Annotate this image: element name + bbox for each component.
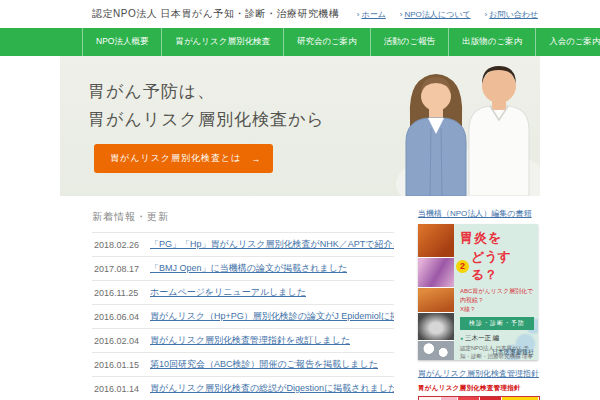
news-link[interactable]: 胃がんリスク層別化検査の総説がDigestionに掲載されました <box>150 382 394 395</box>
news-row: 2017.08.17「BMJ Open」に当機構の論文が掲載されました <box>92 257 394 281</box>
news-heading: 新着情報・更新 <box>92 210 394 224</box>
utility-link-label: お問い合わせ <box>489 10 538 19</box>
guideline-chart-title: 胃がんリスク層別化検査管理指針 <box>418 384 540 393</box>
news-link[interactable]: 胃がんリスク（Hp+PG）層別化検診の論文がJ Epidemiolに掲載 <box>150 310 394 323</box>
cta-risk-test-button[interactable]: 胃がんリスク層別化検査とは → <box>94 144 273 173</box>
utility-nav: ›ホーム ›NPO法人について ›お問い合わせ <box>357 9 538 20</box>
news-date: 2017.08.17 <box>94 264 150 274</box>
news-row: 2016.01.14胃がんリスク層別化検査の総説がDigestionに掲載されま… <box>92 377 394 400</box>
news-link[interactable]: 「PG」「Hp」胃がんリスク層別化検査がNHK／APTで紹介されました <box>150 238 394 251</box>
hero-photo-woman <box>406 74 466 196</box>
hero-title: 胃がん予防は、 胃がんリスク層別化検査から <box>88 78 325 134</box>
edition-badge: 2 <box>456 260 469 273</box>
hero: 胃がん予防は、 胃がんリスク層別化検査から 胃がんリスク層別化検査とは → <box>60 56 540 196</box>
cta-label: 胃がんリスク層別化検査とは <box>110 152 241 165</box>
news-row: 2016.06.04胃がんリスク（Hp+PG）層別化検診の論文がJ Epidem… <box>92 305 394 329</box>
main-nav: NPO法人概要 胃がんリスク層別化検査 研究会のご案内 活動のご報告 出版物のご… <box>60 28 540 56</box>
utility-link-label: ホーム <box>361 10 385 19</box>
hero-title-line2: 胃がんリスク層別化検査から <box>88 110 325 129</box>
main-nav-band: NPO法人概要 胃がんリスク層別化検査 研究会のご案内 活動のご報告 出版物のご… <box>0 28 600 56</box>
utility-link-home[interactable]: ›ホーム <box>357 9 386 20</box>
news-date: 2016.02.04 <box>94 336 150 346</box>
news-link[interactable]: ホームページをリニューアルしました <box>150 286 306 299</box>
guideline-link[interactable]: 胃がんリスク層別化検査管理指針 <box>418 368 540 379</box>
hero-title-line1: 胃がん予防は、 <box>88 82 215 101</box>
arrow-right-icon: → <box>251 154 261 164</box>
news-link[interactable]: 第10回研究会（ABC検診）開催のご報告を掲載しました <box>150 358 378 371</box>
hero-band: 胃がん予防は、 胃がんリスク層別化検査から 胃がんリスク層別化検査とは → <box>0 56 600 196</box>
news-row: 2016.11.25ホームページをリニューアルしました <box>92 281 394 305</box>
book-author: 三木一正 編 <box>460 334 534 343</box>
histology-photo-tile <box>418 258 454 287</box>
news-row: 2016.02.04胃がんリスク層別化検査管理指針を改訂しました <box>92 329 394 353</box>
microscopy-photo-tile <box>418 341 454 360</box>
news-date: 2016.11.25 <box>94 288 150 298</box>
chevron-right-icon: › <box>400 10 403 19</box>
main-content: 新着情報・更新 2018.02.26「PG」「Hp」胃がんリスク層別化検査がNH… <box>60 196 540 400</box>
nav-item-activities[interactable]: 活動のご報告 <box>370 28 448 56</box>
book-publisher: 日本医事新報社 <box>492 348 534 357</box>
utility-link-contact[interactable]: ›お問い合わせ <box>485 9 538 20</box>
book-title-line2-wrap: 2 どうする？ <box>460 248 534 284</box>
nav-item-npo-overview[interactable]: NPO法人概要 <box>82 28 161 56</box>
news-link[interactable]: 「BMJ Open」に当機構の論文が掲載されました <box>150 262 347 275</box>
utility-link-about-npo[interactable]: ›NPO法人について <box>400 9 471 20</box>
hero-photo-man <box>469 66 529 196</box>
nav-item-publications[interactable]: 出版物のご案内 <box>448 28 535 56</box>
news-row: 2018.02.26「PG」「Hp」胃がんリスク層別化検査がNHK／APTで紹介… <box>92 233 394 257</box>
news-date: 2018.02.26 <box>94 240 150 250</box>
news-date: 2016.01.15 <box>94 360 150 370</box>
chevron-right-icon: › <box>485 10 488 19</box>
guideline-chart[interactable]: 胃がんリスク層別化検査管理指針 分類 A B C 管理指針 <box>418 384 540 400</box>
hero-photo-couple <box>394 56 540 196</box>
book-title-line1: 胃炎を <box>460 229 534 247</box>
book-info-link[interactable]: 当機構（NPO法人）編集の書籍 <box>418 208 540 219</box>
guideline-abc-table: 分類 A B C 管理指針 <box>418 396 540 400</box>
endoscopy-photo-tile <box>418 288 454 312</box>
nav-item-membership[interactable]: 入会のご案内 <box>535 28 600 56</box>
news-list: 2018.02.26「PG」「Hp」胃がんリスク層別化検査がNHK／APTで紹介… <box>92 232 394 400</box>
book-band: 検診・診断・予防 <box>460 317 534 330</box>
tissue-photo-tile <box>418 224 454 257</box>
nav-item-risk-test[interactable]: 胃がんリスク層別化検査 <box>161 28 283 56</box>
book-cover-photo-strip <box>418 224 454 360</box>
xray-photo-tile <box>418 313 454 340</box>
sidebar: 当機構（NPO法人）編集の書籍 胃炎を 2 どうする？ ABC <box>418 208 540 400</box>
chevron-right-icon: › <box>357 10 360 19</box>
book-subtitle: ABC胃がんリスク層別化で 内視鏡？ X線？ <box>460 287 534 314</box>
news-date: 2016.06.04 <box>94 312 150 322</box>
news-section: 新着情報・更新 2018.02.26「PG」「Hp」胃がんリスク層別化検査がNH… <box>92 208 394 400</box>
news-row: 2016.01.15第10回研究会（ABC検診）開催のご報告を掲載しました <box>92 353 394 377</box>
news-date: 2016.01.14 <box>94 384 150 394</box>
site-title: 認定NPO法人 日本胃がん予知・診断・治療研究機構 <box>92 7 339 21</box>
site-header: 認定NPO法人 日本胃がん予知・診断・治療研究機構 ›ホーム ›NPO法人につい… <box>0 0 600 28</box>
news-link[interactable]: 胃がんリスク層別化検査管理指針を改訂しました <box>150 334 350 347</box>
book-title-line2: どうする？ <box>471 248 534 284</box>
nav-item-society[interactable]: 研究会のご案内 <box>283 28 370 56</box>
page: 認定NPO法人 日本胃がん予知・診断・治療研究機構 ›ホーム ›NPO法人につい… <box>0 0 600 400</box>
book-cover-text: 胃炎を 2 どうする？ ABC胃がんリスク層別化で 内視鏡？ X線？ 検診・診断… <box>454 224 538 360</box>
utility-link-label: NPO法人について <box>404 10 470 19</box>
book-cover[interactable]: 胃炎を 2 どうする？ ABC胃がんリスク層別化で 内視鏡？ X線？ 検診・診断… <box>418 224 538 360</box>
